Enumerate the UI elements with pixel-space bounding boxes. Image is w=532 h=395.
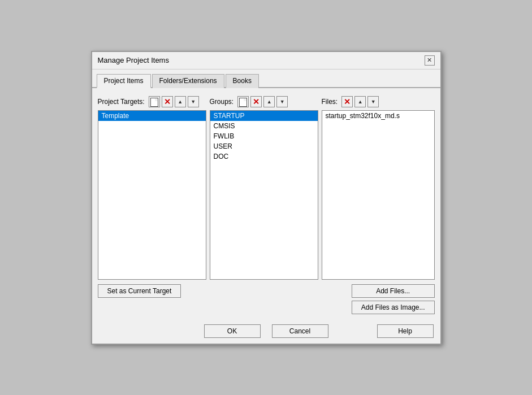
add-files-button[interactable]: Add Files... (352, 284, 435, 298)
tab-books[interactable]: Books (226, 74, 259, 88)
targets-new-file-icon (150, 97, 159, 106)
groups-down-button[interactable] (276, 96, 288, 107)
bottom-right: Add Files... Add Files as Image... (352, 284, 435, 314)
groups-delete-icon: ✕ (253, 98, 259, 106)
tab-project-items[interactable]: Project Items (97, 74, 151, 88)
groups-list[interactable]: STARTUP CMSIS FWLIB USER DOC (210, 110, 318, 280)
targets-panel: Project Targets: ✕ Template (98, 95, 206, 280)
list-item[interactable]: FWLIB (210, 131, 318, 141)
list-item[interactable]: STARTUP (210, 111, 318, 121)
close-button[interactable]: ✕ (425, 55, 435, 66)
files-panel: Files: ✕ startup_stm32f10x_md.s (322, 95, 435, 280)
bottom-row: Set as Current Target Add Files... Add F… (98, 284, 435, 314)
list-item[interactable]: CMSIS (210, 121, 318, 131)
list-item[interactable]: DOC (210, 151, 318, 162)
groups-up-button[interactable] (263, 96, 275, 107)
groups-arrow-down-icon (280, 98, 285, 105)
manage-project-items-dialog: Manage Project Items ✕ Project Items Fol… (91, 51, 442, 345)
files-up-button[interactable] (354, 96, 366, 107)
groups-new-file-icon (239, 97, 248, 106)
files-down-button[interactable] (367, 96, 379, 107)
list-item[interactable]: USER (210, 141, 318, 151)
files-panel-header: Files: ✕ (322, 95, 435, 108)
groups-arrow-up-icon (267, 98, 272, 105)
groups-delete-button[interactable]: ✕ (250, 96, 262, 107)
files-delete-button[interactable]: ✕ (341, 96, 353, 107)
targets-down-button[interactable] (188, 96, 199, 107)
targets-label: Project Targets: (98, 98, 145, 106)
files-arrow-down-icon (371, 98, 376, 105)
groups-new-button[interactable] (237, 96, 249, 107)
targets-list[interactable]: Template (98, 110, 206, 280)
add-files-as-image-button[interactable]: Add Files as Image... (352, 301, 435, 314)
footer-row: OK Cancel Help (92, 320, 440, 344)
files-label: Files: (322, 98, 338, 106)
tabs-bar: Project Items Folders/Extensions Books (92, 70, 440, 88)
groups-panel-header: Groups: ✕ (210, 95, 318, 108)
files-delete-icon: ✕ (344, 98, 351, 106)
targets-panel-header: Project Targets: ✕ (98, 95, 206, 108)
groups-panel: Groups: ✕ STARTUP CMSIS (210, 95, 318, 280)
bottom-left: Set as Current Target (98, 284, 181, 298)
set-as-current-target-button[interactable]: Set as Current Target (98, 284, 181, 298)
targets-up-button[interactable] (175, 96, 186, 107)
dialog-title: Manage Project Items (98, 56, 169, 64)
targets-delete-icon: ✕ (164, 98, 171, 106)
files-list[interactable]: startup_stm32f10x_md.s (322, 110, 435, 280)
list-item[interactable]: startup_stm32f10x_md.s (322, 111, 434, 121)
targets-delete-button[interactable]: ✕ (162, 96, 173, 107)
dialog-body: Project Targets: ✕ Template (92, 88, 440, 320)
targets-arrow-up-icon (178, 98, 183, 105)
list-item[interactable]: Template (98, 111, 206, 121)
groups-label: Groups: (210, 98, 234, 106)
files-arrow-up-icon (358, 98, 363, 105)
cancel-button[interactable]: Cancel (272, 324, 328, 338)
title-bar: Manage Project Items ✕ (92, 52, 440, 70)
help-button[interactable]: Help (377, 324, 434, 338)
targets-new-button[interactable] (149, 96, 160, 107)
panels-row: Project Targets: ✕ Template (98, 95, 435, 280)
ok-button[interactable]: OK (204, 324, 261, 338)
targets-arrow-down-icon (191, 98, 196, 105)
tab-folders-extensions[interactable]: Folders/Extensions (152, 74, 224, 88)
